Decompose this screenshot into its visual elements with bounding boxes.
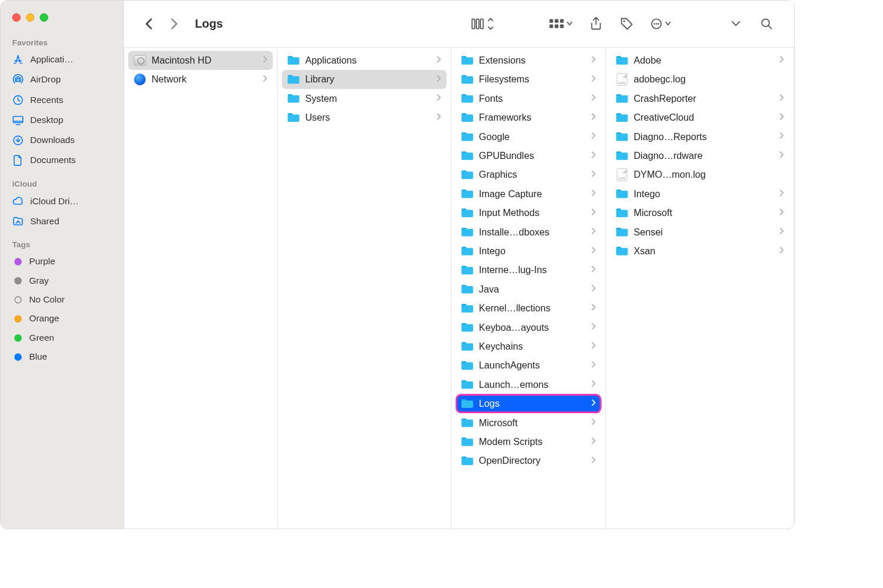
file-row[interactable]: Diagno…rdware bbox=[610, 146, 789, 165]
tags-button[interactable] bbox=[615, 15, 639, 33]
file-row[interactable]: Frameworks bbox=[456, 108, 602, 127]
appstore-icon bbox=[12, 54, 24, 66]
shared-icon bbox=[12, 215, 24, 227]
svg-rect-2 bbox=[13, 117, 22, 123]
file-row[interactable]: Diagno…Reports bbox=[610, 127, 789, 146]
file-row[interactable]: Launch…emons bbox=[456, 375, 602, 394]
actions-menu-button[interactable] bbox=[646, 15, 678, 33]
folder-icon bbox=[616, 150, 629, 162]
file-row[interactable]: Fonts bbox=[456, 89, 602, 108]
folder-icon bbox=[461, 340, 474, 353]
file-row[interactable]: CrashReporter bbox=[610, 89, 789, 108]
file-row[interactable]: GPUBundles bbox=[456, 146, 602, 165]
svg-point-0 bbox=[16, 78, 19, 81]
file-row[interactable]: OpenDirectory bbox=[456, 451, 602, 470]
file-row[interactable]: Extensions bbox=[456, 51, 602, 69]
sidebar-item-label: Downloads bbox=[30, 135, 75, 146]
sidebar-tag-item[interactable]: Green bbox=[1, 328, 124, 347]
group-by-button[interactable] bbox=[545, 15, 577, 33]
file-row[interactable]: Sensei bbox=[610, 222, 789, 241]
file-row[interactable]: Kernel…llections bbox=[456, 299, 602, 318]
sidebar-favorite-item[interactable]: Recents bbox=[1, 90, 124, 110]
sidebar-item-label: Orange bbox=[29, 314, 59, 324]
sidebar-favorite-item[interactable]: Desktop bbox=[1, 110, 124, 130]
sidebar-icloud-item[interactable]: iCloud Dri… bbox=[1, 191, 124, 211]
file-row[interactable]: Adobe bbox=[610, 51, 789, 69]
file-row[interactable]: Graphics bbox=[456, 165, 602, 184]
file-row[interactable]: Microsoft bbox=[456, 413, 602, 432]
file-row[interactable]: System bbox=[282, 89, 447, 108]
file-row[interactable]: LaunchAgents bbox=[456, 356, 602, 375]
column-2[interactable]: ExtensionsFilesystemsFontsFrameworksGoog… bbox=[452, 48, 606, 529]
svg-point-18 bbox=[658, 23, 659, 25]
sidebar-tag-item[interactable]: Gray bbox=[1, 271, 124, 290]
file-name-label: Modem Scripts bbox=[479, 436, 586, 447]
folder-icon bbox=[461, 454, 474, 467]
sidebar-tag-item[interactable]: Blue bbox=[1, 347, 124, 366]
minimize-window-button[interactable] bbox=[26, 14, 34, 22]
chevron-right-icon bbox=[591, 113, 596, 122]
tag-color-dot bbox=[14, 258, 22, 265]
file-row[interactable]: DYMO…mon.log bbox=[610, 165, 789, 184]
sidebar-favorite-item[interactable]: AirDrop bbox=[1, 70, 124, 90]
sidebar-favorite-item[interactable]: Downloads bbox=[1, 130, 124, 150]
file-row[interactable]: Keyboa…ayouts bbox=[456, 318, 602, 337]
content-area: Logs bbox=[124, 1, 795, 529]
file-row[interactable]: Modem Scripts bbox=[456, 432, 602, 451]
chevron-right-icon bbox=[437, 113, 442, 122]
file-row[interactable]: Applications bbox=[282, 51, 447, 69]
file-row[interactable]: Microsoft bbox=[610, 204, 789, 222]
sidebar-tag-item[interactable]: Orange bbox=[1, 310, 124, 328]
sidebar-favorite-item[interactable]: Documents bbox=[1, 151, 124, 171]
file-row[interactable]: Logs bbox=[456, 394, 602, 413]
file-row[interactable]: CreativeCloud bbox=[610, 108, 789, 127]
file-name-label: LaunchAgents bbox=[479, 360, 586, 371]
view-mode-button[interactable] bbox=[467, 15, 499, 33]
folder-icon bbox=[461, 397, 474, 410]
file-row[interactable]: Input Methods bbox=[456, 204, 602, 222]
file-row[interactable]: Users bbox=[282, 108, 447, 127]
close-window-button[interactable] bbox=[12, 14, 21, 22]
search-button[interactable] bbox=[755, 15, 779, 33]
file-name-label: Keyboa…ayouts bbox=[479, 322, 586, 333]
chevron-right-icon bbox=[437, 94, 442, 103]
chevron-right-icon bbox=[779, 56, 784, 65]
sidebar-favorite-item[interactable]: Applicati… bbox=[1, 50, 124, 70]
fullscreen-window-button[interactable] bbox=[40, 14, 48, 22]
column-3[interactable]: Adobeadobegc.logCrashReporterCreativeClo… bbox=[606, 48, 795, 529]
tag-color-dot bbox=[14, 315, 22, 323]
dropdown-button[interactable] bbox=[724, 15, 748, 33]
file-row[interactable]: adobegc.log bbox=[610, 70, 789, 89]
file-row[interactable]: Library bbox=[282, 70, 447, 89]
forward-button[interactable] bbox=[165, 15, 184, 33]
column-0[interactable]: Macintosh HDNetwork bbox=[124, 48, 278, 529]
chevron-right-icon bbox=[779, 208, 784, 218]
sidebar-tag-item[interactable]: No Color bbox=[1, 290, 124, 309]
file-row[interactable]: Filesystems bbox=[456, 70, 602, 89]
file-row[interactable]: Installe…dboxes bbox=[456, 222, 602, 241]
sidebar-icloud-item[interactable]: Shared bbox=[1, 211, 124, 231]
chevron-right-icon bbox=[591, 132, 596, 141]
file-name-label: Kernel…llections bbox=[479, 303, 586, 314]
file-row[interactable]: Java bbox=[456, 280, 602, 298]
file-row[interactable]: Interne…lug-Ins bbox=[456, 261, 602, 280]
column-1[interactable]: ApplicationsLibrarySystemUsers bbox=[278, 48, 452, 529]
file-row[interactable]: Intego bbox=[456, 241, 602, 260]
share-button[interactable] bbox=[585, 15, 608, 33]
folder-icon bbox=[461, 225, 474, 238]
file-row[interactable]: Network bbox=[128, 70, 273, 89]
tag-color-dot bbox=[14, 353, 22, 361]
file-name-label: Extensions bbox=[479, 55, 586, 66]
chevron-right-icon bbox=[591, 456, 596, 466]
file-row[interactable]: Keychains bbox=[456, 337, 602, 356]
file-row[interactable]: Macintosh HD bbox=[128, 51, 273, 69]
file-name-label: adobegc.log bbox=[633, 74, 784, 85]
file-row[interactable]: Intego bbox=[610, 184, 789, 203]
file-name-label: DYMO…mon.log bbox=[633, 170, 784, 181]
file-row[interactable]: Xsan bbox=[610, 241, 789, 260]
sidebar-tag-item[interactable]: Purple bbox=[1, 252, 124, 271]
file-row[interactable]: Image Capture bbox=[456, 184, 602, 203]
disk-icon bbox=[134, 54, 147, 67]
file-row[interactable]: Google bbox=[456, 127, 602, 146]
back-button[interactable] bbox=[140, 15, 158, 33]
